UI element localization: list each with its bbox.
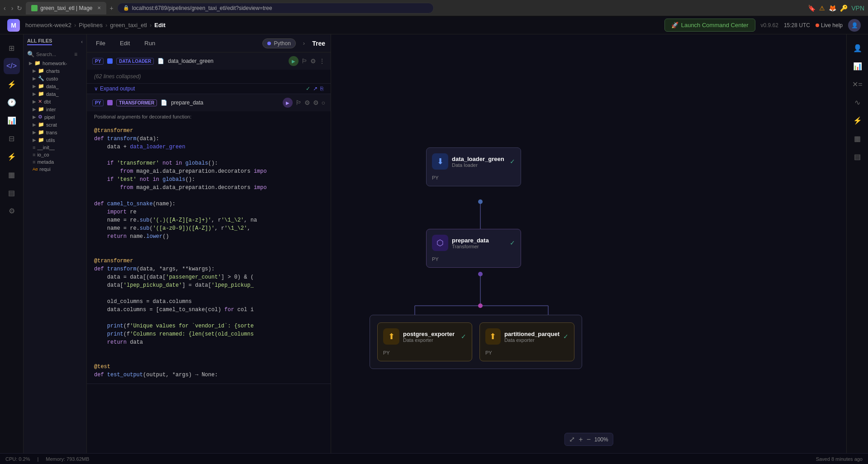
run-block-btn[interactable]: ▶ <box>289 56 299 66</box>
zoom-controls: ⤢ + − 100% <box>564 433 613 446</box>
parquet-check: ✓ <box>563 333 569 340</box>
tree-item-pipel[interactable]: ▶ ⚙ pipel <box>24 113 86 121</box>
sidebar-code-btn[interactable]: </> <box>4 58 20 74</box>
chevron-down-icon: ∨ <box>94 85 98 92</box>
add-tab-btn[interactable]: + <box>110 5 114 12</box>
right-sidebar-btn2[interactable]: 📊 <box>849 58 866 74</box>
breadcrumb-edit: Edit <box>154 22 166 28</box>
right-sidebar-btn3[interactable]: ✕= <box>849 76 866 92</box>
output-copy-icon[interactable]: ⎘ <box>320 85 323 92</box>
file-tree: ▶ 📁 homework- ▶ 📁 charts ▶ 🔧 custo ▶ 📁 d… <box>24 59 86 173</box>
sidebar-database-btn[interactable]: ⚡ <box>4 148 20 165</box>
zoom-level-label: 100% <box>594 436 608 443</box>
tree-item-meta[interactable]: ≡ metada <box>24 158 86 166</box>
output-check-icon: ✓ <box>306 85 310 92</box>
url-bar[interactable]: 🔒 localhost:6789/pipelines/green_taxi_et… <box>117 3 434 14</box>
sidebar-monitor-btn[interactable]: 📊 <box>4 112 20 128</box>
parquet-exporter-node[interactable]: ⬆ partitioned_parquet Data exporter ✓ PY <box>479 322 574 361</box>
transformer-more-icon[interactable]: ○ <box>322 99 325 106</box>
tree-view-label: Tree <box>312 40 325 47</box>
tree-item-inter[interactable]: ▶ 📁 inter <box>24 105 86 113</box>
right-sidebar-btn5[interactable]: ⚡ <box>849 112 866 128</box>
tree-item-init[interactable]: ≡ __init__ <box>24 144 86 151</box>
transformer-config-icon[interactable]: ⚙ <box>304 99 310 106</box>
svg-point-4 <box>478 272 483 276</box>
py-indicator <box>267 42 271 45</box>
user-avatar[interactable]: 👤 <box>848 19 861 32</box>
sidebar-history-btn[interactable]: 🕐 <box>4 94 20 110</box>
edit-menu-btn[interactable]: Edit <box>116 38 133 48</box>
run-transformer-btn[interactable]: ▶ <box>283 98 293 108</box>
zoom-in-btn[interactable]: + <box>579 436 583 444</box>
all-files-btn[interactable]: ALL FILES <box>27 38 52 45</box>
file-search: 🔍 ≡ <box>24 49 86 59</box>
sidebar-grid-btn[interactable]: ▦ <box>4 166 20 183</box>
parquet-icon: ⬆ <box>485 328 501 345</box>
transformer-file-icon: 📄 <box>161 99 167 106</box>
transformer-block: PY TRANSFORMER 📄 prepare_data ▶ 🏳 ⚙ ⚙ ○ … <box>87 94 331 384</box>
run-menu-btn[interactable]: Run <box>141 38 159 48</box>
sidebar-terminal-btn[interactable]: ⊟ <box>4 130 20 147</box>
transformer-node[interactable]: ⬡ prepare_data Transformer ✓ PY <box>426 229 521 268</box>
breadcrumb-pipeline-name[interactable]: green_taxi_etl <box>110 22 147 28</box>
right-sidebar-btn6[interactable]: ▦ <box>849 130 866 147</box>
parquet-subtitle: Data exporter <box>504 337 560 343</box>
tree-item-utils[interactable]: ▶ 📁 utils <box>24 136 86 144</box>
transformer-save-icon[interactable]: 🏳 <box>295 99 302 106</box>
tree-item-scrat[interactable]: ▶ 📁 scrat <box>24 121 86 128</box>
transformer-check: ✓ <box>510 239 515 246</box>
pipeline-canvas[interactable]: ⬇ data_loader_green Data loader ✓ PY ⬡ <box>331 34 846 464</box>
nav-refresh[interactable]: ↻ <box>17 5 22 12</box>
app-logo: M <box>7 19 20 32</box>
nav-back-forward[interactable]: ‹› <box>4 5 13 12</box>
external-link-icon[interactable]: ↗ <box>313 85 318 92</box>
live-dot <box>816 24 819 27</box>
tree-item-trans[interactable]: ▶ 📁 trans <box>24 128 86 136</box>
filter-icon[interactable]: ≡ <box>74 51 77 57</box>
more-icon[interactable]: ⋮ <box>319 57 325 65</box>
transformer-icon: ⬡ <box>432 235 448 251</box>
sidebar-home-btn[interactable]: ⊞ <box>4 40 20 56</box>
url-text: localhost:6789/pipelines/green_taxi_etl/… <box>132 5 272 11</box>
tree-item-dbt[interactable]: ▶ ✕ dbt <box>24 98 86 105</box>
data-loader-node[interactable]: ⬇ data_loader_green Data loader ✓ PY <box>426 147 521 186</box>
version-label: v0.9.62 <box>761 22 778 28</box>
browser-extensions: 🔖⚠🦊🔑VPN <box>808 5 864 12</box>
tab-close-btn[interactable]: ✕ <box>97 5 101 10</box>
postgres-icon: ⬆ <box>383 328 399 345</box>
tree-item-data1[interactable]: ▶ 📁 data_ <box>24 82 86 90</box>
svg-point-8 <box>478 303 483 308</box>
collapse-sidebar-btn[interactable]: ‹ <box>81 39 83 44</box>
loader-title: data_loader_green <box>452 156 504 162</box>
tree-item-io[interactable]: ≡ io_co <box>24 151 86 158</box>
save-icon[interactable]: 🏳 <box>301 57 308 65</box>
tree-item-custo[interactable]: ▶ 🔧 custo <box>24 75 86 82</box>
zoom-out-btn[interactable]: − <box>587 436 591 444</box>
file-search-input[interactable] <box>36 52 72 57</box>
sidebar-chart-btn[interactable]: ▤ <box>4 185 20 201</box>
breadcrumb-pipelines[interactable]: Pipelines <box>79 22 103 28</box>
transformer-controls: ▶ 🏳 ⚙ ⚙ ○ <box>283 98 325 108</box>
browser-tab[interactable]: green_taxi_etl | Mage ✕ <box>26 2 106 14</box>
sidebar-notification-btn[interactable]: ⚡ <box>4 76 20 92</box>
launch-command-center-button[interactable]: 🚀 Launch Command Center <box>664 19 755 32</box>
expand-output-btn[interactable]: ∨ Expand output ✓ ↗ ⎘ <box>87 83 331 94</box>
right-sidebar-btn4[interactable]: ∿ <box>849 94 866 110</box>
right-sidebar-btn7[interactable]: ▤ <box>849 148 866 165</box>
sidebar-settings-btn[interactable]: ⚙ <box>4 203 20 219</box>
transformer-badge: TRANSFORMER <box>116 99 157 106</box>
tree-item-homework[interactable]: ▶ 📁 homework- <box>24 59 86 67</box>
config-icon[interactable]: ⚙ <box>310 57 316 65</box>
postgres-exporter-node[interactable]: ⬆ postgres_exporter Data exporter ✓ PY <box>377 322 472 361</box>
tree-item-req[interactable]: Aα requi <box>24 166 86 173</box>
zoom-fit-btn[interactable]: ⤢ <box>569 435 575 444</box>
transformer-code: @transformer def transform(data): data +… <box>87 122 331 384</box>
tree-item-charts[interactable]: ▶ 📁 charts <box>24 67 86 75</box>
file-menu-btn[interactable]: File <box>92 38 109 48</box>
right-sidebar-btn1[interactable]: 👤 <box>849 40 866 56</box>
data-loader-badge: DATA LOADER <box>116 58 154 65</box>
transformer-settings-icon[interactable]: ⚙ <box>313 99 319 106</box>
tree-item-data2[interactable]: ▶ 📁 data_ <box>24 90 86 98</box>
breadcrumb-workspace[interactable]: homework-week2 <box>25 22 71 28</box>
live-help[interactable]: Live help <box>816 22 843 28</box>
